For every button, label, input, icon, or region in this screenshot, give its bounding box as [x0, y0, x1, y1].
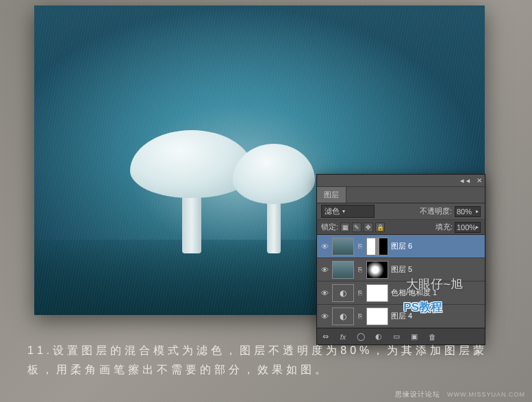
step-caption: 11.设置图层的混合模式为滤色，图层不透明度为80%，为其添加图层蒙板，用柔角画… — [27, 341, 505, 379]
lock-pixels-icon[interactable]: ✎ — [352, 223, 362, 232]
layers-panel: ◄◄ ✕ 图层 滤色 不透明度: 80% 锁定: ▦ ✎ ✥ 🔒 填充: 100… — [316, 174, 485, 345]
blend-row: 滤色 不透明度: 80% — [317, 203, 485, 220]
visibility-icon[interactable]: 👁 — [320, 266, 329, 274]
adjustment-thumb[interactable]: ◐ — [332, 307, 354, 325]
footer-brand: 思缘设计论坛 — [395, 390, 440, 398]
link-icon[interactable]: ⎘ — [357, 266, 364, 273]
mask-thumb[interactable] — [366, 307, 388, 325]
mask-thumb[interactable] — [366, 261, 388, 279]
opacity-label: 不透明度: — [420, 206, 452, 216]
tab-layers[interactable]: 图层 — [317, 187, 346, 203]
layer-thumb[interactable] — [332, 238, 354, 255]
panel-collapse-icon[interactable]: ◄◄ — [459, 177, 471, 184]
footer-url: WWW.MISSYUAN.COM — [447, 391, 525, 398]
fill-label: 填充: — [435, 222, 453, 232]
watermark-text-1: 大眼仔~旭 — [406, 276, 463, 292]
layer-row[interactable]: 👁 ◐ ⎘ 图层 4 — [317, 305, 485, 328]
mask-thumb[interactable] — [366, 284, 388, 302]
visibility-icon[interactable]: 👁 — [320, 289, 329, 297]
visibility-icon[interactable]: 👁 — [320, 242, 329, 251]
lock-position-icon[interactable]: ✥ — [364, 223, 373, 232]
lock-transparency-icon[interactable]: ▦ — [340, 223, 350, 232]
panel-header: ◄◄ ✕ — [317, 175, 485, 187]
layer-thumb[interactable] — [332, 261, 354, 279]
lock-all-icon[interactable]: 🔒 — [375, 223, 385, 232]
blend-mode-select[interactable]: 滤色 — [321, 205, 375, 218]
lock-label: 锁定: — [321, 222, 338, 232]
lock-row: 锁定: ▦ ✎ ✥ 🔒 填充: 100% — [317, 220, 485, 235]
visibility-icon[interactable]: 👁 — [320, 312, 329, 321]
footer-credit: 思缘设计论坛 WWW.MISSYUAN.COM — [395, 390, 525, 399]
fill-input[interactable]: 100% — [455, 222, 481, 233]
layer-row[interactable]: 👁 ⎘ 图层 6 — [317, 235, 485, 258]
watermark-text-2: PS教程 — [403, 299, 442, 315]
layer-name[interactable]: 图层 6 — [391, 241, 412, 251]
layer-name[interactable]: 图层 5 — [391, 264, 412, 275]
opacity-input[interactable]: 80% — [455, 206, 481, 217]
panel-menu-icon[interactable]: ✕ — [477, 177, 482, 184]
link-icon[interactable]: ⎘ — [357, 289, 364, 297]
link-icon[interactable]: ⎘ — [357, 242, 364, 250]
mask-thumb[interactable] — [366, 238, 388, 255]
panel-tabs: 图层 — [317, 187, 485, 203]
link-icon[interactable]: ⎘ — [357, 312, 364, 320]
adjustment-thumb[interactable]: ◐ — [332, 284, 354, 302]
